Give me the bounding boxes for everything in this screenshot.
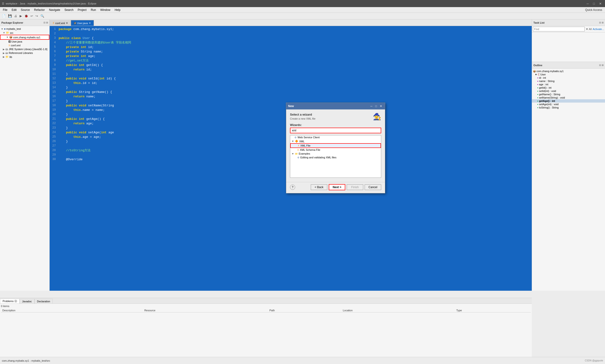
tab-label: conf.xml xyxy=(55,22,65,25)
menu-navigate[interactable]: Navigate xyxy=(47,8,62,12)
minimize-button[interactable]: ─ xyxy=(585,1,590,6)
tree-item-mybatis-test[interactable]: ▼ ■ mybatis_test xyxy=(0,27,49,31)
wizard-item-webservice[interactable]: ⚙ Web Service Client xyxy=(290,135,381,139)
finish-button[interactable]: Finish xyxy=(347,184,363,190)
toolbar-search[interactable]: 🔍 xyxy=(39,14,45,18)
library-icon: 🗂 xyxy=(5,52,8,54)
tree-item-userjava[interactable]: J User.java xyxy=(0,40,49,43)
tab-confxml[interactable]: X conf.xml ✕ xyxy=(50,20,71,26)
menu-run[interactable]: Run xyxy=(89,8,98,12)
outline-label: setName(String) : void xyxy=(539,96,565,99)
examples-group-icon: 📁 xyxy=(295,153,298,155)
close-button[interactable]: ✕ xyxy=(598,1,603,6)
wizard-item-editing[interactable]: ⚙ Editing and validating XML files xyxy=(290,156,381,159)
method-dot: ● xyxy=(537,93,538,95)
status-bar: com.zhang.mybatis.sy1 - mybatis_test/src… xyxy=(0,357,605,364)
tab-javadoc[interactable]: Javadoc xyxy=(20,299,35,303)
outline-item-age[interactable]: ● age : int xyxy=(532,83,605,86)
package-icon: 📦 xyxy=(9,36,13,39)
wizard-group-label: Examples xyxy=(299,152,310,155)
tree-item-reflibrary[interactable]: ▶ 🗂 Referenced Libraries xyxy=(0,51,49,55)
outline-header: Outline ⊟ ⊞ xyxy=(532,62,605,68)
menu-source[interactable]: Source xyxy=(19,8,32,12)
tree-label: JRE System Library [JavaSE-1.8] xyxy=(9,48,47,51)
task-list-header: Task List ⊟ ⊞ xyxy=(532,19,605,26)
menu-edit[interactable]: Edit xyxy=(10,8,18,12)
tree-label: lib xyxy=(10,55,12,58)
tab-close-userjava[interactable]: ✕ xyxy=(89,22,91,24)
outline-item-getage[interactable]: ● getAge() : int xyxy=(532,99,605,103)
title-bar-controls[interactable]: ─ □ ✕ xyxy=(585,1,603,6)
dialog-close-button[interactable]: ✕ xyxy=(379,104,383,108)
dialog-minimize-button[interactable]: ─ xyxy=(369,104,373,108)
toolbar-print[interactable]: 🖨 xyxy=(13,14,18,18)
outline-item-id[interactable]: ● id : int xyxy=(532,76,605,79)
help-button[interactable]: ? xyxy=(290,185,295,190)
outline-item-setname[interactable]: ● setName(String) : void xyxy=(532,96,605,99)
menu-help[interactable]: Help xyxy=(113,8,122,12)
outline-title: Outline xyxy=(533,64,542,67)
dialog-titlebar: New ─ □ ✕ xyxy=(286,103,385,109)
next-button[interactable]: Next > xyxy=(329,184,345,190)
task-search-input[interactable] xyxy=(533,27,585,31)
col-type: Type xyxy=(455,309,531,312)
problems-tabs: Problems ⓧ Javadoc Declaration xyxy=(0,298,532,304)
outline-item-name[interactable]: ● name : String xyxy=(532,79,605,83)
dialog-controls[interactable]: ─ □ ✕ xyxy=(369,104,383,108)
outline-item-setage[interactable]: ● setAge(int) : void xyxy=(532,103,605,106)
tab-declaration[interactable]: Declaration xyxy=(35,299,53,303)
all-label: ▼ All xyxy=(586,28,592,30)
wizard-item-xmlschema[interactable]: X XML Schema File xyxy=(290,148,381,152)
class-outline-icon: C xyxy=(538,73,540,76)
dialog-header-text: Select a wizard Create a new XML file xyxy=(290,113,316,120)
class-expand-icon: ▼ xyxy=(535,73,537,76)
xmlfile-icon: X xyxy=(298,144,299,147)
toolbar-run[interactable]: ▶ xyxy=(19,14,23,18)
expand-arrow: ▼ xyxy=(3,31,5,34)
toolbar-undo[interactable]: ↩ xyxy=(29,14,34,18)
method-dot: ● xyxy=(537,90,538,92)
toolbar-save[interactable]: 💾 xyxy=(7,14,13,18)
menu-search[interactable]: Search xyxy=(63,8,75,12)
tree-item-package[interactable]: ▼ 📦 com.zhang.mybatis.sy1 xyxy=(0,35,49,40)
method-dot: ● xyxy=(537,87,538,89)
outline-item-tostring[interactable]: ● toString() : String xyxy=(532,106,605,109)
wizard-item-examples-group[interactable]: ▼ 📁 Examples xyxy=(290,152,381,156)
cancel-button[interactable]: Cancel xyxy=(365,184,381,190)
menu-window[interactable]: Window xyxy=(98,8,112,12)
title-bar: ☰ workplace - Java - mybatis_test/src/co… xyxy=(0,0,605,7)
tab-userjava[interactable]: J User.java ✕ xyxy=(71,20,94,26)
menu-project[interactable]: Project xyxy=(76,8,88,12)
tree-item-src[interactable]: ▼ 📁 src xyxy=(0,31,49,35)
tab-close-confxml[interactable]: ✕ xyxy=(66,22,68,24)
maximize-button[interactable]: □ xyxy=(592,1,596,6)
wizards-search-input[interactable] xyxy=(290,128,381,133)
wizard-group-label: XML xyxy=(299,140,305,143)
outline-item-setid[interactable]: ● setId(int) : void xyxy=(532,89,605,93)
outline-item-package[interactable]: 📦 com.zhang.mybatis.sy1 xyxy=(532,69,605,73)
back-button[interactable]: < Back xyxy=(311,184,327,190)
tab-problems[interactable]: Problems ⓧ xyxy=(0,299,20,303)
toolbar-new[interactable]: 📄 xyxy=(1,14,7,18)
wizard-item-label: Editing and validating XML files xyxy=(300,156,336,159)
package-explorer-title: Package Explorer xyxy=(1,21,23,24)
toolbar-redo[interactable]: ↪ xyxy=(35,14,39,18)
outline-item-user-class[interactable]: ▼ C User xyxy=(532,73,605,76)
problems-panel: Problems ⓧ Javadoc Declaration 0 items D… xyxy=(0,298,532,357)
menu-bar: File Edit Source Refactor Navigate Searc… xyxy=(0,7,605,13)
project-icon: ■ xyxy=(4,27,6,30)
wizard-item-xml-group[interactable]: ▼ 🔶 XML xyxy=(290,139,381,143)
outline-item-getid[interactable]: ● getId() : int xyxy=(532,86,605,89)
outline-item-getname[interactable]: ● getName() : String xyxy=(532,93,605,96)
menu-file[interactable]: File xyxy=(1,8,9,12)
tree-item-jre[interactable]: ▶ 🗂 JRE System Library [JavaSE-1.8] xyxy=(0,47,49,51)
outline-label: com.zhang.mybatis.sy1 xyxy=(537,70,564,73)
wizard-list[interactable]: ⚙ Web Service Client ▼ 🔶 XML X XML File … xyxy=(290,135,381,178)
toolbar-debug[interactable]: 🐞 xyxy=(23,14,29,18)
tree-item-confxml[interactable]: X conf.xml xyxy=(0,43,49,47)
tree-item-lib[interactable]: ▶ 📁 lib xyxy=(0,55,49,59)
wizard-item-xmlfile[interactable]: X XML File xyxy=(290,143,381,148)
dialog-restore-button[interactable]: □ xyxy=(374,104,378,108)
menu-refactor[interactable]: Refactor xyxy=(32,8,47,12)
activate-link[interactable]: Activate... xyxy=(593,28,604,30)
